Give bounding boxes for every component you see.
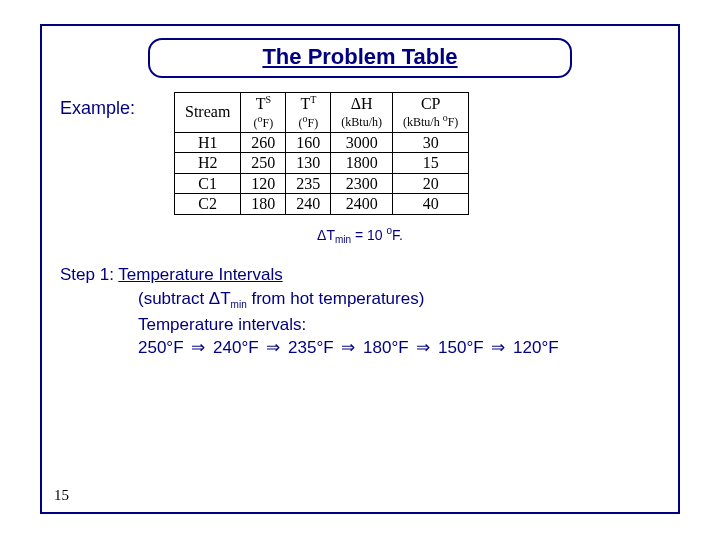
- arrow-icon: ⇒: [338, 336, 358, 360]
- slide-frame: The Problem Table Example: Stream TS (oF…: [40, 24, 680, 514]
- title-box: The Problem Table: [148, 38, 572, 78]
- col-tt: TT (oF): [286, 93, 331, 133]
- col-stream: Stream: [175, 93, 241, 133]
- table-row: C1 120 235 2300 20: [175, 173, 469, 194]
- stream-table: Stream TS (oF) TT (oF) ΔH (kBtu/h) CP (k…: [174, 92, 469, 215]
- example-label: Example:: [60, 92, 170, 119]
- page-title: The Problem Table: [262, 44, 457, 69]
- example-row: Example: Stream TS (oF) TT (oF) ΔH (kBtu…: [60, 92, 660, 215]
- arrow-icon: ⇒: [413, 336, 433, 360]
- step-1-line1: Step 1: Temperature Intervals: [60, 263, 660, 287]
- col-ts: TS (oF): [241, 93, 286, 133]
- arrow-icon: ⇒: [188, 336, 208, 360]
- arrow-icon: ⇒: [263, 336, 283, 360]
- table-row: H1 260 160 3000 30: [175, 132, 469, 153]
- table-row: C2 180 240 2400 40: [175, 194, 469, 215]
- col-cp: CP (kBtu/h oF): [393, 93, 469, 133]
- step-1-chain: 250°F ⇒ 240°F ⇒ 235°F ⇒ 180°F ⇒ 150°F ⇒ …: [138, 336, 660, 360]
- table-header-row: Stream TS (oF) TT (oF) ΔH (kBtu/h) CP (k…: [175, 93, 469, 133]
- delta-t-min: ΔTmin = 10 oF.: [60, 225, 660, 245]
- step-1-block: Step 1: Temperature Intervals (subtract …: [60, 263, 660, 360]
- page-number: 15: [54, 487, 69, 504]
- col-dh: ΔH (kBtu/h): [331, 93, 393, 133]
- arrow-icon: ⇒: [488, 336, 508, 360]
- table-row: H2 250 130 1800 15: [175, 153, 469, 174]
- step-1-line2: (subtract ΔTmin from hot temperatures): [138, 287, 660, 312]
- step-1-line3: Temperature intervals:: [138, 313, 660, 337]
